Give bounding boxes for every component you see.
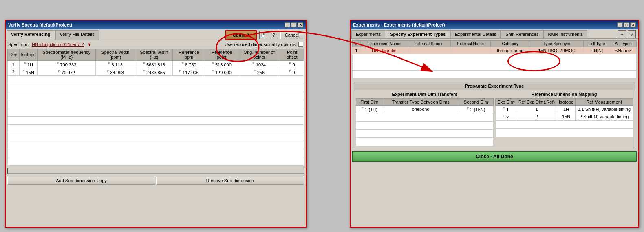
- col-full-type: Full Type: [584, 41, 610, 47]
- col-ext-name: External Name: [450, 41, 490, 47]
- remove-sub-dimension-button[interactable]: Remove Sub-dimension: [156, 177, 304, 185]
- table-row-empty: [353, 62, 637, 71]
- table-row-empty: [8, 108, 304, 117]
- col-exp-dim: Exp Dim: [496, 99, 516, 106]
- reduced-dim-checkbox[interactable]: [298, 42, 303, 47]
- col-exp-name: Experiment Name: [360, 41, 408, 47]
- table-row-empty: [356, 113, 494, 121]
- table-row-empty: [8, 76, 304, 84]
- col-category: Category: [490, 41, 530, 47]
- cell-alt-types: <None>: [610, 47, 636, 54]
- propagate-title: Propagate Experiment Type: [354, 82, 635, 90]
- tab-verify-referencing[interactable]: Verify Referencing: [7, 30, 55, 40]
- ref-mapping-table: Exp Dim Ref Exp Dim(.Ref) Isotope Ref Me…: [495, 98, 633, 137]
- cell-offset: E 0: [280, 68, 304, 76]
- help-button[interactable]: ?: [270, 31, 278, 39]
- table-row-empty: [8, 149, 304, 157]
- save-icon-button[interactable]: 💾: [259, 31, 267, 39]
- cell-isotope: E 15N: [19, 68, 37, 76]
- table-row-empty: [8, 100, 304, 108]
- cell-ref-exp-dim: 2: [516, 113, 557, 121]
- minimize-button[interactable]: ─: [285, 22, 290, 27]
- spectrum-label: Spectrum:: [8, 42, 29, 47]
- close-button[interactable]: ✕: [630, 22, 636, 27]
- spectrum-header: Spectrum: HN-ubiquitin:nc014neo7-2 ▼ Use…: [6, 40, 306, 49]
- propagate-content: Experiment Dim-Dim Transfers First Dim T…: [354, 90, 635, 148]
- reduced-dim-label: Use reduced dimensionality options:: [225, 42, 297, 47]
- experiments-titlebar: Experiments : Experiments (defaultProjec…: [351, 20, 638, 29]
- tab-nmr-instruments[interactable]: NMR Instruments: [543, 30, 587, 38]
- cell-orig-pts: E 256: [238, 68, 280, 76]
- cell-ref-meas: 3,1 Shift(H) variable timing: [576, 106, 633, 113]
- cell-ref-ppm: E 117.006: [173, 68, 205, 76]
- ref-mapping-title: Reference Dimension Mapping: [495, 92, 633, 97]
- table-row[interactable]: 2 E 15N E 70.972 E 34.998 E: [8, 68, 304, 76]
- table-row[interactable]: 1 E 1H E 700.333 E 8.113 E: [8, 61, 304, 68]
- minimize-button[interactable]: ─: [617, 22, 623, 27]
- col-ref-pt: Reference point: [205, 49, 238, 61]
- help-button-right[interactable]: ?: [628, 30, 636, 38]
- table-row-empty: [353, 54, 637, 62]
- reduced-dim-container: Use reduced dimensionality options:: [225, 42, 303, 47]
- restore-button[interactable]: □: [624, 22, 629, 27]
- tab-shift-references[interactable]: Shift References: [501, 30, 543, 38]
- cell-ref-ppm: E 8.750: [173, 61, 205, 68]
- cell-exp-dim: E 1: [496, 106, 516, 113]
- close-all-done-button[interactable]: Close - All Done: [352, 151, 637, 162]
- col-isotope: Isotope: [19, 49, 37, 61]
- col-dim: Dim: [8, 49, 20, 61]
- cell-orig-pts: E 1024: [238, 61, 280, 68]
- verify-tab-bar: Verify Referencing Verify File Details C…: [6, 29, 306, 40]
- col-isotope: Isotope: [557, 99, 576, 106]
- window-controls: ─ □ ✕: [285, 22, 303, 27]
- table-row-empty: [8, 141, 304, 149]
- cell-offset: E 0: [280, 61, 304, 68]
- tab-verify-file-details[interactable]: Verify File Details: [55, 30, 99, 40]
- table-row[interactable]: E 1 1 1H 3,1 Shift(H) variable timing: [496, 106, 633, 113]
- add-sub-dimension-button[interactable]: Add Sub-dimension Copy: [7, 177, 155, 185]
- table-row[interactable]: E 1 (1H) onebond E 2 (15N): [356, 106, 494, 113]
- tab-specify-experiment-types[interactable]: Specify Experiment Types: [386, 30, 450, 38]
- cell-ext-source: [408, 47, 450, 54]
- experiments-title: Experiments : Experiments (defaultProjec…: [353, 22, 445, 27]
- cell-ref-pt: E 513.000: [205, 61, 238, 68]
- tab-experiments[interactable]: Experiments: [351, 30, 385, 38]
- tab-experimental-details[interactable]: Experimental Details: [450, 30, 501, 38]
- col-sw-hz: Spectral width (Hz): [135, 49, 173, 61]
- verify-spectra-title: Verify Spectra (defaultProject): [8, 22, 72, 27]
- dim-transfers-title: Experiment Dim-Dim Transfers: [356, 92, 494, 97]
- col-freq: Spectrometer frequency (MHz): [37, 49, 95, 61]
- menu-button[interactable]: ─: [618, 30, 626, 38]
- cell-freq: E 700.333: [37, 61, 95, 68]
- cell-isotope: 1H: [557, 106, 576, 113]
- table-row[interactable]: 1 HN-ubiquitin through-bond 15N HSQC/HMQ…: [353, 47, 637, 54]
- close-bar: Close - All Done: [351, 150, 638, 164]
- cell-sw-hz: E 5681.818: [135, 61, 173, 68]
- col-offset: Point offset: [280, 49, 304, 61]
- cell-ref-meas: 2 Shift(N) variable timing: [576, 113, 633, 121]
- table-row[interactable]: E 2 2 15N 2 Shift(N) variable timing: [496, 113, 633, 121]
- col-first-dim: First Dim: [356, 99, 383, 106]
- close-button[interactable]: ✕: [298, 22, 303, 27]
- cell-exp-dim: E 2: [496, 113, 516, 121]
- cell-ext-name: [450, 47, 490, 54]
- table-row-empty: [8, 117, 304, 125]
- restore-button[interactable]: □: [291, 22, 297, 27]
- cell-num: 1: [353, 47, 361, 54]
- spectrum-nav-icon[interactable]: ▼: [87, 42, 92, 47]
- horizontal-scrollbar[interactable]: [7, 168, 304, 174]
- commit-button[interactable]: Commit: [225, 30, 257, 40]
- experiments-table: # Experiment Name External Source Extern…: [352, 40, 637, 79]
- cell-dim: 1: [8, 61, 20, 68]
- verify-table-container: Dim Isotope Spectrometer frequency (MHz)…: [6, 49, 306, 167]
- spectrum-value[interactable]: HN-ubiquitin:nc014neo7-2: [32, 42, 84, 47]
- cell-category: through-bond: [490, 47, 530, 54]
- cancel-button[interactable]: Cancel: [280, 31, 303, 39]
- col-ext-source: External Source: [408, 41, 450, 47]
- experiments-table-container: # Experiment Name External Source Extern…: [351, 39, 638, 80]
- table-row-empty: [8, 84, 304, 92]
- col-orig-pts: Orig. number of points: [238, 49, 280, 61]
- col-second-dim: Second Dim: [459, 99, 493, 106]
- cell-ref-pt: E 129.000: [205, 68, 238, 76]
- ref-mapping-col: Reference Dimension Mapping Exp Dim Ref …: [495, 92, 633, 146]
